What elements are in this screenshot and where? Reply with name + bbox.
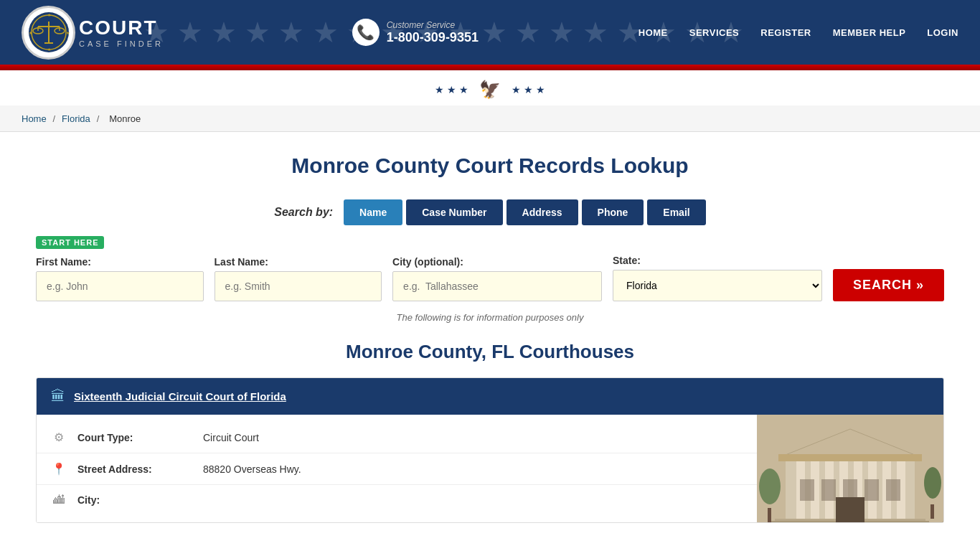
page-title: Monroe County Court Records Lookup (36, 154, 944, 178)
court-type-row: ⚙ Court Type: Circuit Court (37, 422, 757, 453)
courthouse-image (757, 415, 943, 522)
svg-rect-28 (821, 479, 836, 501)
phone-icon: 📞 (352, 19, 380, 46)
search-form-row: First Name: Last Name: City (optional): … (36, 255, 944, 301)
courthouse-header: 🏛 Sixteenth Judicial Circuit Court of Fl… (37, 378, 943, 415)
first-name-input[interactable] (36, 271, 204, 301)
svg-text:★: ★ (47, 47, 50, 52)
address-icon: 📍 (51, 462, 67, 476)
svg-text:★: ★ (28, 31, 32, 35)
svg-rect-30 (864, 479, 879, 501)
city-icon: 🏙 (51, 494, 67, 507)
tab-address[interactable]: Address (507, 199, 578, 225)
first-name-group: First Name: (36, 256, 204, 301)
svg-point-33 (759, 468, 781, 504)
city-group: City (optional): (392, 256, 602, 301)
nav-services[interactable]: SERVICES (689, 27, 740, 38)
address-row: 📍 Street Address: 88820 Overseas Hwy. (37, 453, 757, 485)
breadcrumb-sep1: / (53, 113, 56, 124)
address-label: Street Address: (77, 463, 192, 475)
courthouse-name-link[interactable]: Sixteenth Judicial Circuit Court of Flor… (74, 390, 286, 402)
red-banner (0, 65, 980, 70)
nav-member-help[interactable]: MEMBER HELP (833, 27, 906, 38)
search-by-row: Search by: Name Case Number Address Phon… (36, 199, 944, 225)
search-by-label: Search by: (274, 206, 333, 219)
city-row: 🏙 City: (37, 485, 757, 515)
customer-service-area: 📞 Customer Service 1-800-309-9351 (352, 19, 479, 46)
svg-rect-24 (778, 454, 922, 461)
logo-text: COURT CASE FINDER (79, 17, 164, 48)
first-name-label: First Name: (36, 256, 204, 268)
address-value: 88820 Overseas Hwy. (203, 463, 301, 475)
state-select[interactable]: Florida (613, 270, 822, 301)
eagle-icon: 🦅 (479, 80, 501, 100)
svg-rect-32 (836, 497, 864, 522)
breadcrumb-county: Monroe (109, 113, 141, 124)
cs-number: 1-800-309-9351 (387, 30, 479, 45)
state-label: State: (613, 255, 822, 266)
eagle-container: ★ ★ ★ 🦅 ★ ★ ★ (420, 74, 560, 105)
logo-court-label: COURT (79, 17, 164, 39)
last-name-input[interactable] (215, 271, 382, 301)
search-button[interactable]: SEARCH » (833, 269, 944, 301)
breadcrumb-home[interactable]: Home (22, 113, 47, 124)
main-nav: HOME SERVICES REGISTER MEMBER HELP LOGIN (639, 27, 958, 38)
courthouse-body: ⚙ Court Type: Circuit Court 📍 Street Add… (37, 415, 943, 522)
city-label: City (optional): (392, 256, 602, 268)
court-type-icon: ⚙ (51, 430, 67, 444)
tab-name[interactable]: Name (344, 199, 402, 225)
court-type-value: Circuit Court (203, 432, 259, 443)
logo-case-finder-label: CASE FINDER (79, 39, 164, 48)
form-area: START HERE First Name: Last Name: City (… (36, 236, 944, 301)
eagle-stars-left: ★ ★ ★ (435, 84, 468, 95)
main-content: Monroe County Court Records Lookup Searc… (0, 132, 980, 551)
city-input[interactable] (392, 271, 602, 301)
eagle-stars-right: ★ ★ ★ (512, 84, 545, 95)
city-detail-label: City: (77, 494, 192, 506)
cs-label: Customer Service (387, 20, 479, 30)
courthouses-title: Monroe County, FL Courthouses (36, 341, 944, 363)
svg-rect-27 (800, 479, 814, 501)
tab-email[interactable]: Email (647, 199, 705, 225)
logo-area[interactable]: ★ ★ ★ ★ COURT CASE FINDER (22, 6, 164, 60)
nav-register[interactable]: REGISTER (760, 27, 811, 38)
nav-home[interactable]: HOME (639, 27, 668, 38)
nav-login[interactable]: LOGIN (927, 27, 958, 38)
eagle-banner: ★ ★ ★ 🦅 ★ ★ ★ (0, 70, 980, 105)
state-group: State: Florida (613, 255, 822, 301)
breadcrumb-state[interactable]: Florida (62, 113, 90, 124)
courthouse-photo (757, 415, 943, 522)
logo-badge: ★ ★ ★ ★ (22, 6, 75, 60)
last-name-label: Last Name: (215, 256, 382, 268)
tab-case-number[interactable]: Case Number (406, 199, 502, 225)
last-name-group: Last Name: (215, 256, 382, 301)
svg-text:★: ★ (47, 13, 50, 17)
info-note: The following is for information purpose… (36, 312, 944, 323)
courthouse-card: 🏛 Sixteenth Judicial Circuit Court of Fl… (36, 377, 944, 523)
tab-phone[interactable]: Phone (582, 199, 644, 225)
cs-text: Customer Service 1-800-309-9351 (387, 20, 479, 45)
svg-rect-34 (768, 508, 771, 522)
svg-rect-31 (886, 479, 900, 501)
start-here-badge: START HERE (36, 236, 104, 249)
svg-text:★: ★ (65, 31, 69, 35)
courthouse-details: ⚙ Court Type: Circuit Court 📍 Street Add… (37, 415, 757, 522)
breadcrumb-sep2: / (97, 113, 100, 124)
site-header: ★ ★ ★ ★ ★ ★ ★ ★ ★ ★ ★ ★ ★ ★ ★ ★ ★ ★ ★ ★ … (0, 0, 980, 65)
court-type-label: Court Type: (77, 432, 192, 443)
courthouse-icon: 🏛 (51, 388, 65, 405)
breadcrumb-bar: Home / Florida / Monroe (0, 105, 980, 132)
svg-rect-36 (930, 504, 934, 519)
svg-point-35 (924, 467, 941, 499)
